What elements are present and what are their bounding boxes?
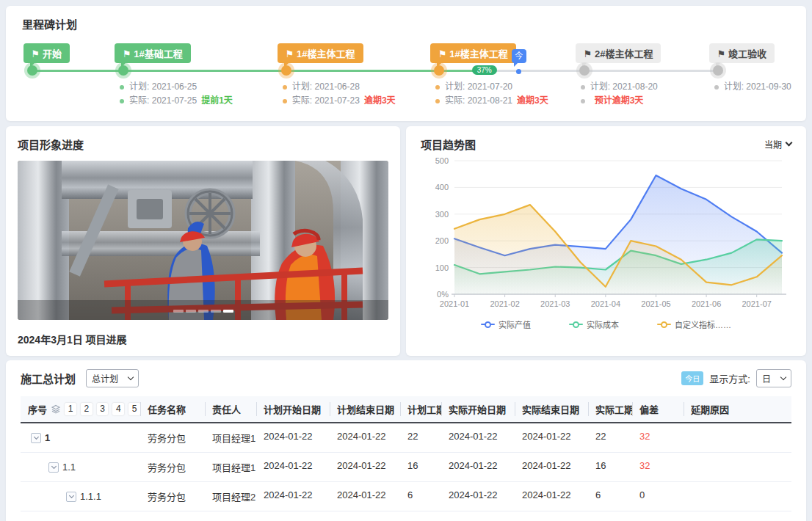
cell-act_start: 2024-01-22 xyxy=(441,453,515,481)
milestone-date-text: 计划: 2021-08-20 xyxy=(590,80,658,94)
cell-plan_days: 6 xyxy=(400,482,441,511)
trend-chart-card: 项目趋势图 当期 5004003002001000%2021-012021-02… xyxy=(406,126,806,356)
task-id-cell: 1 xyxy=(21,423,140,452)
today-badge[interactable]: 今日 xyxy=(681,371,703,385)
date-dot-icon xyxy=(581,85,585,90)
column-header-label: 任务名称 xyxy=(148,402,186,416)
cell-act_end: 2024-01-22 xyxy=(515,482,588,511)
flag-icon: ⚑ xyxy=(717,48,728,59)
table-row-1.1: 1.1劳务分包项目经理12024-01-222024-01-22162024-0… xyxy=(21,453,791,482)
expand-level-button-1[interactable]: 1 xyxy=(65,403,76,415)
table-header-row: 序号12345任务名称责任人计划开始日期计划结束日期计划工期实际开始日期实际结束… xyxy=(21,396,791,423)
carousel-dash-4[interactable] xyxy=(211,310,221,313)
svg-text:400: 400 xyxy=(435,183,449,192)
task-id: 1 xyxy=(45,432,50,443)
cell-task: 劳务分包 xyxy=(140,482,205,511)
expand-level-button-3[interactable]: 3 xyxy=(97,403,109,415)
row-expand-toggle[interactable] xyxy=(66,492,76,502)
milestone-dot xyxy=(27,65,37,76)
legend-label: 自定义指标…… xyxy=(675,318,731,330)
cell-plan_end: 2024-01-22 xyxy=(330,423,400,452)
legend-item-3[interactable]: 自定义指标…… xyxy=(657,318,731,330)
column-header-label: 延期原因 xyxy=(691,402,729,416)
timeline-progress-line xyxy=(32,70,485,72)
milestone-card: 里程碑计划 37%今⚑ 开始⚑ 1#基础工程计划: 2021-06-25实际: … xyxy=(6,6,806,121)
milestone-date-text: 实际: 2021-07-23 xyxy=(292,94,360,108)
carousel-dash-3[interactable] xyxy=(198,310,209,313)
milestone-label: 1#基础工程 xyxy=(134,48,182,59)
today-marker: 今 xyxy=(512,49,526,74)
svg-text:500: 500 xyxy=(435,156,449,165)
cell-act_days: 6 xyxy=(588,482,632,511)
svg-text:2021-06: 2021-06 xyxy=(692,299,721,308)
legend-marker-icon xyxy=(481,321,495,328)
svg-text:2021-07: 2021-07 xyxy=(742,299,772,308)
milestone-date-line: 计划: 2021-06-28 xyxy=(283,80,396,94)
display-mode-select[interactable]: 日 xyxy=(756,369,791,387)
photo-carousel-indicators xyxy=(173,310,233,313)
table-row-1: 1劳务分包项目经理12024-01-222024-01-22222024-01-… xyxy=(21,423,791,453)
chevron-down-icon xyxy=(780,374,786,380)
chevron-down-icon xyxy=(128,374,134,380)
cell-plan_start: 2024-01-22 xyxy=(256,423,330,452)
cell-deviation: 0 xyxy=(632,482,684,511)
milestone-label: 1#楼主体工程 xyxy=(449,48,507,59)
column-header-label: 计划工期 xyxy=(407,402,441,416)
milestone-date-text: 实际: 2021-08-21 xyxy=(445,94,512,108)
carousel-dash-5[interactable] xyxy=(223,310,233,313)
site-photo xyxy=(18,161,388,320)
cell-act_days: 22 xyxy=(588,423,632,452)
milestone-label: 开始 xyxy=(43,48,62,59)
flag-icon: ⚑ xyxy=(438,48,449,59)
column-header-11: 延期原因 xyxy=(684,396,791,422)
period-dropdown[interactable]: 当期 xyxy=(764,138,791,150)
milestone-timeline: 37%今⚑ 开始⚑ 1#基础工程计划: 2021-06-25实际: 2021-0… xyxy=(22,43,790,121)
cell-plan_end: 2024-01-22 xyxy=(330,511,400,521)
cell-act_start: 2024-01-22 xyxy=(441,423,515,452)
legend-item-1[interactable]: 实际产值 xyxy=(481,318,531,330)
milestone-date-line: 计划: 2021-07-20 xyxy=(435,80,548,94)
column-header-label: 实际工期 xyxy=(595,402,632,416)
legend-item-2[interactable]: 实际成本 xyxy=(569,318,619,330)
site-photo-illustration xyxy=(18,161,388,320)
cell-reason xyxy=(684,453,791,481)
legend-marker-icon xyxy=(657,321,671,328)
column-header-label: 计划开始日期 xyxy=(264,402,321,416)
milestone-date-line: 预计逾期3天 xyxy=(581,94,658,108)
milestone-date-line: 实际: 2021-07-23逾期3天 xyxy=(283,94,396,108)
photo-progress-card: 项目形象进度 xyxy=(6,126,400,356)
cell-act_start: 2024-01-22 xyxy=(441,511,515,521)
expand-level-button-2[interactable]: 2 xyxy=(81,403,93,415)
chevron-down-icon xyxy=(786,139,793,147)
expand-level-button-5[interactable]: 5 xyxy=(128,403,140,415)
plan-type-value: 总计划 xyxy=(92,372,118,385)
cell-deviation: 32 xyxy=(632,423,684,452)
cell-act_start: 2024-01-22 xyxy=(441,482,515,511)
milestone-date-text: 计划: 2021-07-20 xyxy=(445,80,512,94)
milestone-date-text: 计划: 2021-06-28 xyxy=(292,80,360,94)
flag-icon: ⚑ xyxy=(286,48,297,59)
milestone-label: 2#楼主体工程 xyxy=(595,48,653,59)
row-expand-toggle[interactable] xyxy=(48,462,59,473)
milestone-flag-badge: ⚑ 1#楼主体工程 xyxy=(278,43,363,63)
carousel-dash-2[interactable] xyxy=(186,310,196,313)
milestone-dot xyxy=(713,65,723,76)
photo-caption: 2024年3月1日 项目进展 xyxy=(18,332,388,346)
column-header-label: 序号 xyxy=(28,402,47,416)
cell-deviation: 1 xyxy=(632,511,684,521)
column-header-6: 计划工期 xyxy=(400,396,441,422)
milestone-date-line: 计划: 2021-09-30 xyxy=(714,80,791,94)
milestone-date-text: 实际: 2021-07-25 xyxy=(129,94,197,108)
carousel-dash-1[interactable] xyxy=(173,310,184,313)
milestone-delta: 逾期3天 xyxy=(364,94,396,108)
column-header-label: 实际开始日期 xyxy=(449,402,506,416)
milestone-title: 里程碑计划 xyxy=(22,16,790,32)
column-header-3: 责任人 xyxy=(205,396,256,422)
display-mode-label: 显示方式: xyxy=(709,371,750,385)
row-expand-toggle[interactable] xyxy=(31,433,41,443)
plan-type-select[interactable]: 总计划 xyxy=(86,369,139,387)
milestone-date-line: 计划: 2021-08-20 xyxy=(581,80,658,94)
cell-plan_days: 22 xyxy=(400,423,441,452)
expand-level-button-4[interactable]: 4 xyxy=(112,403,124,415)
column-header-label: 实际结束日期 xyxy=(522,402,579,416)
